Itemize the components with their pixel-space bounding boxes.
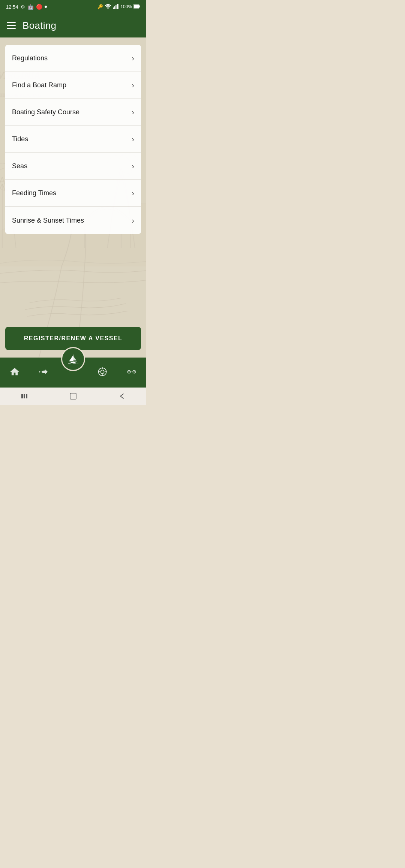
svg-rect-4 <box>117 4 118 9</box>
menu-item-tides-label: Tides <box>12 135 28 143</box>
recents-button[interactable] <box>18 389 31 403</box>
menu-list: Regulations › Find a Boat Ramp › Boating… <box>5 45 141 234</box>
svg-rect-8 <box>134 5 139 8</box>
nav-item-fish[interactable] <box>29 367 58 377</box>
svg-rect-36 <box>26 394 27 398</box>
more-icon <box>126 367 137 377</box>
wifi-icon <box>105 4 111 10</box>
bottom-navigation <box>0 358 146 388</box>
menu-item-sunrise-sunset-label: Sunrise & Sunset Times <box>12 217 84 224</box>
dot-indicator <box>45 6 47 8</box>
hamburger-line-3 <box>7 28 16 29</box>
nav-item-home[interactable] <box>0 367 29 377</box>
battery-icon <box>134 4 140 10</box>
menu-item-boating-safety-course[interactable]: Boating Safety Course › <box>5 99 141 126</box>
hamburger-line-2 <box>7 25 16 26</box>
back-arrow-icon <box>118 392 126 400</box>
menu-item-feeding-times[interactable]: Feeding Times › <box>5 180 141 207</box>
menu-item-tides[interactable]: Tides › <box>5 126 141 153</box>
status-time: 12:54 <box>6 4 18 10</box>
system-navigation-bar <box>0 388 146 405</box>
status-right: 🔑 100% <box>98 4 140 10</box>
chevron-right-icon: › <box>132 54 134 63</box>
key-icon: 🔑 <box>98 4 103 9</box>
status-left: 12:54 ⚙ 🤖 🔴 <box>6 4 47 10</box>
color-wheel-icon: 🔴 <box>36 4 42 10</box>
recents-icon <box>21 392 28 400</box>
page-title: Boating <box>22 20 56 31</box>
register-renew-vessel-button[interactable]: REGISTER/RENEW A VESSEL <box>5 327 141 350</box>
svg-point-32 <box>134 371 135 373</box>
main-content: VIRGINIA FISHING & BOATING TRAP FISH <box>0 37 146 358</box>
svg-rect-37 <box>70 393 76 399</box>
svg-rect-1 <box>113 7 114 9</box>
back-button[interactable] <box>115 389 129 403</box>
menu-item-find-boat-ramp-label: Find a Boat Ramp <box>12 81 66 89</box>
menu-item-feeding-times-label: Feeding Times <box>12 189 56 197</box>
chevron-right-icon: › <box>132 162 134 171</box>
menu-item-regulations[interactable]: Regulations › <box>5 45 141 72</box>
menu-item-find-boat-ramp[interactable]: Find a Boat Ramp › <box>5 72 141 99</box>
fab-boating-button[interactable] <box>61 347 85 371</box>
nav-item-aim[interactable] <box>88 367 117 377</box>
chevron-right-icon: › <box>132 108 134 117</box>
home-icon <box>9 367 20 377</box>
svg-point-22 <box>41 371 42 372</box>
battery-percent: 100% <box>120 4 132 9</box>
menu-item-seas[interactable]: Seas › <box>5 153 141 180</box>
svg-rect-2 <box>114 6 116 9</box>
sailboat-icon <box>67 353 80 365</box>
status-bar: 12:54 ⚙ 🤖 🔴 🔑 100% <box>0 0 146 13</box>
menu-item-boating-safety-course-label: Boating Safety Course <box>12 108 80 116</box>
svg-rect-7 <box>140 5 140 7</box>
svg-rect-35 <box>24 394 25 398</box>
android-icon: 🤖 <box>27 4 34 10</box>
fish-icon <box>39 367 49 377</box>
svg-rect-34 <box>21 394 23 398</box>
hamburger-menu-button[interactable] <box>7 22 16 29</box>
gear-icon: ⚙ <box>21 4 25 10</box>
svg-rect-3 <box>116 5 117 9</box>
menu-item-sunrise-sunset[interactable]: Sunrise & Sunset Times › <box>5 207 141 234</box>
chevron-right-icon: › <box>132 189 134 198</box>
menu-item-regulations-label: Regulations <box>12 54 48 62</box>
crosshair-icon <box>97 367 108 377</box>
svg-point-24 <box>100 370 104 373</box>
menu-item-seas-label: Seas <box>12 162 27 170</box>
svg-point-31 <box>128 371 130 373</box>
svg-point-0 <box>108 7 109 9</box>
hamburger-line-1 <box>7 22 16 23</box>
chevron-right-icon: › <box>132 135 134 144</box>
svg-rect-5 <box>118 4 119 9</box>
chevron-right-icon: › <box>132 81 134 90</box>
home-button[interactable] <box>66 389 80 403</box>
home-circle-icon <box>69 392 77 400</box>
signal-icon <box>113 4 119 10</box>
nav-item-more[interactable] <box>117 367 146 377</box>
app-header: Boating <box>0 13 146 37</box>
chevron-right-icon: › <box>132 216 134 225</box>
